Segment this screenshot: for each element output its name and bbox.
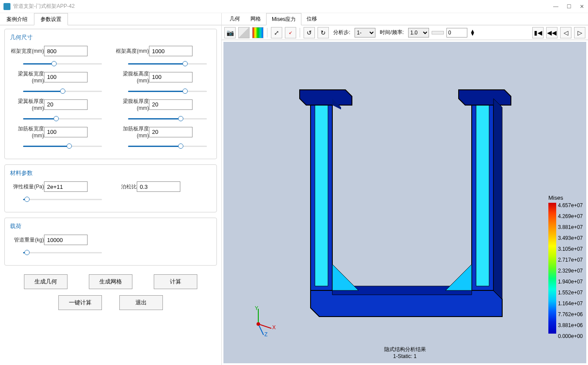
svg-marker-9 (459, 90, 511, 105)
svg-marker-3 (476, 103, 489, 286)
legend-title: Mises (548, 194, 583, 201)
right-tabs: 几何 网格 Mises应力 位移 (222, 13, 588, 25)
tab-case-intro[interactable]: 案例介绍 (0, 13, 34, 25)
input-pipe-weight[interactable] (44, 235, 88, 245)
one-click-calc-button[interactable]: 一键计算 (58, 295, 102, 310)
left-tabs: 案例介绍 参数设置 (0, 13, 221, 25)
step-select[interactable]: 1- (355, 28, 375, 38)
panel-load: 载荷 管道重量(kg) (4, 218, 217, 266)
close-button[interactable]: ✕ (579, 3, 585, 10)
minimize-button[interactable]: — (553, 3, 558, 10)
svg-text:Z: Z (264, 331, 267, 338)
axis-triad: X Y Z (245, 307, 271, 333)
label-flange-width: 梁翼板宽度(mm) (10, 70, 44, 84)
label-rib-width: 加筋板宽度(mm) (10, 125, 44, 139)
titlebar: 管道支架-门式框架APP-42 — ☐ ✕ (0, 0, 588, 13)
label-poisson: 泊松比 (115, 183, 137, 191)
maximize-button[interactable]: ☐ (566, 3, 571, 10)
slider-rib-width[interactable] (10, 142, 106, 150)
frame-spinner[interactable]: ▲▼ (470, 30, 475, 36)
step-label: 分析步: (331, 29, 352, 36)
tab-mises[interactable]: Mises应力 (266, 13, 301, 25)
label-elastic-modulus: 弹性模量(Pa) (10, 183, 44, 191)
slider-web-height[interactable] (115, 87, 211, 95)
slider-elastic-modulus[interactable] (10, 195, 106, 203)
label-web-height: 梁腹板高度(mm) (115, 70, 149, 84)
first-frame-icon[interactable]: ◀◀ (546, 27, 558, 38)
slider-web-thickness[interactable] (115, 115, 211, 123)
input-flange-thickness[interactable] (44, 99, 88, 110)
generate-geometry-button[interactable]: 生成几何 (24, 274, 68, 289)
svg-marker-10 (493, 99, 502, 299)
svg-text:Y: Y (255, 305, 258, 311)
svg-text:X: X (272, 324, 276, 331)
input-elastic-modulus[interactable] (44, 181, 88, 192)
legend: Mises 4.657e+074.269e+073.881e+07 3.493e… (548, 194, 583, 345)
input-frame-height[interactable] (149, 46, 193, 56)
svg-marker-6 (332, 264, 358, 290)
colormap-icon[interactable] (252, 27, 264, 38)
tab-param-settings[interactable]: 参数设置 (34, 13, 68, 25)
input-rib-thickness[interactable] (149, 127, 193, 137)
camera-icon[interactable]: 📷 (224, 27, 236, 38)
slider-flange-width[interactable] (10, 87, 106, 95)
left-panel: 案例介绍 参数设置 几何尺寸 框架宽度(mm) 框架高度(mm) 梁翼板宽度(m… (0, 13, 222, 365)
record-icon[interactable]: ▮◀ (532, 27, 544, 38)
panel-title-load: 载荷 (10, 222, 211, 230)
time-select[interactable]: 1.0 (408, 28, 429, 38)
frame-input[interactable] (446, 28, 467, 38)
input-frame-width[interactable] (44, 46, 88, 56)
viewport[interactable]: X Y Z Mises 4.657e+074.269e+073.881e+07 … (223, 42, 586, 363)
rotate-left-icon[interactable]: ↺ (304, 27, 315, 38)
right-panel: 几何 网格 Mises应力 位移 📷 ⤢ ↙ ↺ ↻ 分析步: 1- 时间/频率… (222, 13, 588, 365)
input-web-height[interactable] (149, 72, 193, 82)
calculate-button[interactable]: 计算 (154, 274, 197, 289)
tab-geometry[interactable]: 几何 (224, 13, 245, 25)
axes-icon[interactable]: ↙ (285, 27, 296, 38)
panel-material: 材料参数 弹性模量(Pa) 泊松比 (4, 164, 217, 212)
slider-flange-thickness[interactable] (10, 115, 106, 123)
panel-title-material: 材料参数 (10, 169, 211, 177)
rotate-right-icon[interactable]: ↻ (318, 27, 329, 38)
legend-ticks: 4.657e+074.269e+073.881e+07 3.493e+073.1… (558, 203, 583, 345)
input-rib-width[interactable] (44, 127, 88, 137)
input-web-thickness[interactable] (149, 99, 193, 110)
app-icon (3, 3, 10, 10)
input-poisson[interactable] (137, 181, 180, 192)
slider-frame-width[interactable] (10, 60, 106, 68)
slider-pipe-weight[interactable] (10, 249, 106, 256)
label-pipe-weight: 管道重量(kg) (10, 236, 44, 244)
label-frame-height: 框架高度(mm) (115, 48, 149, 55)
slider-frame-height[interactable] (115, 60, 211, 68)
slider-rib-thickness[interactable] (115, 142, 211, 150)
tab-displacement[interactable]: 位移 (301, 13, 322, 25)
window-title: 管道支架-门式框架APP-42 (13, 3, 74, 10)
panel-title-geometry: 几何尺寸 (10, 34, 211, 41)
viewer-toolbar: 📷 ⤢ ↙ ↺ ↻ 分析步: 1- 时间/频率: 1.0 ▲▼ ▮◀ ◀◀ ◁ … (222, 25, 588, 40)
label-rib-thickness: 加筋板厚度(mm) (115, 125, 149, 139)
svg-marker-1 (315, 103, 328, 286)
exit-button[interactable]: 退出 (119, 295, 163, 310)
label-web-thickness: 梁腹板厚度(mm) (115, 98, 149, 111)
prev-frame-icon[interactable]: ◁ (560, 27, 571, 38)
time-slider[interactable] (432, 31, 444, 34)
window-controls: — ☐ ✕ (553, 3, 585, 10)
result-caption: 隐式结构分析结果 1-Static: 1 (384, 346, 426, 360)
fit-icon[interactable]: ⤢ (271, 27, 282, 38)
time-label: 时间/频率: (378, 29, 406, 36)
tab-mesh[interactable]: 网格 (245, 13, 266, 25)
label-flange-thickness: 梁翼板厚度(mm) (10, 98, 44, 111)
svg-marker-7 (446, 264, 472, 290)
panel-geometry: 几何尺寸 框架宽度(mm) 框架高度(mm) 梁翼板宽度(mm) 梁腹板高度(m… (4, 29, 217, 159)
svg-point-15 (257, 322, 260, 326)
input-flange-width[interactable] (44, 72, 88, 82)
fea-model (297, 85, 507, 330)
generate-mesh-button[interactable]: 生成网格 (89, 274, 132, 289)
svg-marker-8 (300, 90, 352, 105)
label-frame-width: 框架宽度(mm) (10, 48, 44, 55)
legend-colorbar (548, 203, 556, 334)
view-cube-icon[interactable] (238, 27, 250, 38)
next-frame-icon[interactable]: ▷ (574, 27, 585, 38)
